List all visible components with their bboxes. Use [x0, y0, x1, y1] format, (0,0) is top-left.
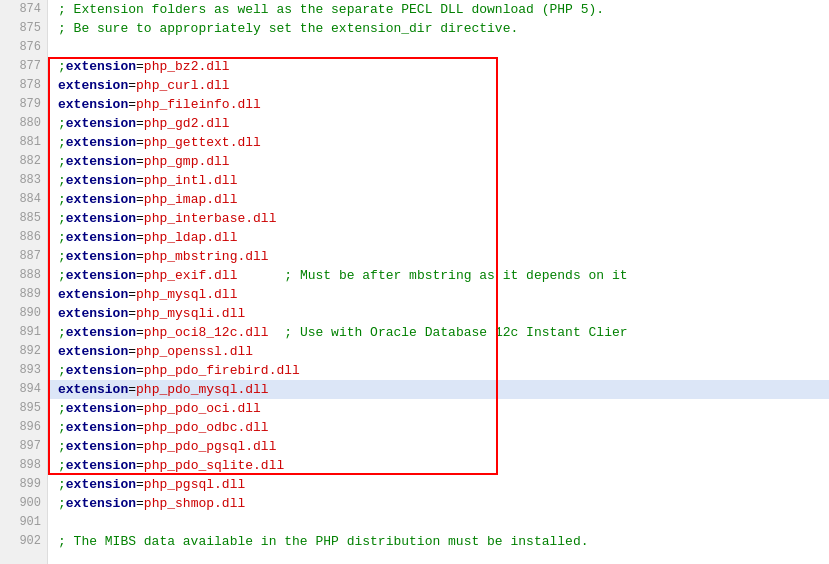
code-editor: 8748758768778788798808818828838848858868…: [0, 0, 829, 564]
code-line[interactable]: ;extension=php_interbase.dll: [48, 209, 829, 228]
code-line[interactable]: ;extension=php_gettext.dll: [48, 133, 829, 152]
line-number: 884: [0, 190, 47, 209]
line-number: 897: [0, 437, 47, 456]
line-number: 889: [0, 285, 47, 304]
code-line[interactable]: extension=php_mysqli.dll: [48, 304, 829, 323]
code-line[interactable]: extension=php_openssl.dll: [48, 342, 829, 361]
line-number: 902: [0, 532, 47, 551]
line-number: 890: [0, 304, 47, 323]
line-number: 895: [0, 399, 47, 418]
code-line[interactable]: [48, 513, 829, 532]
line-number: 874: [0, 0, 47, 19]
code-line[interactable]: ;extension=php_oci8_12c.dll ; Use with O…: [48, 323, 829, 342]
code-line[interactable]: ;extension=php_pdo_sqlite.dll: [48, 456, 829, 475]
code-line[interactable]: ;extension=php_pgsql.dll: [48, 475, 829, 494]
line-number: 887: [0, 247, 47, 266]
code-line[interactable]: ;extension=php_mbstring.dll: [48, 247, 829, 266]
line-number: 882: [0, 152, 47, 171]
code-line[interactable]: extension=php_mysql.dll: [48, 285, 829, 304]
code-line[interactable]: ;extension=php_imap.dll: [48, 190, 829, 209]
code-line[interactable]: ;extension=php_pdo_firebird.dll: [48, 361, 829, 380]
line-number: 894: [0, 380, 47, 399]
code-line[interactable]: ;extension=php_intl.dll: [48, 171, 829, 190]
line-number: 898: [0, 456, 47, 475]
code-line[interactable]: ; The MIBS data available in the PHP dis…: [48, 532, 829, 551]
code-line[interactable]: ;extension=php_pdo_pgsql.dll: [48, 437, 829, 456]
line-number: 883: [0, 171, 47, 190]
code-lines: ; Extension folders as well as the separ…: [48, 0, 829, 551]
line-numbers: 8748758768778788798808818828838848858868…: [0, 0, 48, 564]
code-line[interactable]: ;extension=php_ldap.dll: [48, 228, 829, 247]
code-line[interactable]: extension=php_curl.dll: [48, 76, 829, 95]
code-content[interactable]: ; Extension folders as well as the separ…: [48, 0, 829, 564]
line-number: 886: [0, 228, 47, 247]
code-line[interactable]: ; Extension folders as well as the separ…: [48, 0, 829, 19]
code-line[interactable]: extension=php_pdo_mysql.dll: [48, 380, 829, 399]
code-line[interactable]: extension=php_fileinfo.dll: [48, 95, 829, 114]
line-number: 881: [0, 133, 47, 152]
line-number: 876: [0, 38, 47, 57]
line-number: 901: [0, 513, 47, 532]
code-line[interactable]: [48, 38, 829, 57]
line-number: 879: [0, 95, 47, 114]
line-number: 896: [0, 418, 47, 437]
code-line[interactable]: ;extension=php_pdo_odbc.dll: [48, 418, 829, 437]
code-line[interactable]: ;extension=php_pdo_oci.dll: [48, 399, 829, 418]
line-number: 900: [0, 494, 47, 513]
line-number: 888: [0, 266, 47, 285]
code-line[interactable]: ;extension=php_bz2.dll: [48, 57, 829, 76]
line-number: 893: [0, 361, 47, 380]
line-number: 891: [0, 323, 47, 342]
code-line[interactable]: ;extension=php_gd2.dll: [48, 114, 829, 133]
line-number: 892: [0, 342, 47, 361]
code-line[interactable]: ;extension=php_shmop.dll: [48, 494, 829, 513]
line-number: 878: [0, 76, 47, 95]
code-line[interactable]: ;extension=php_exif.dll ; Must be after …: [48, 266, 829, 285]
line-number: 877: [0, 57, 47, 76]
line-number: 885: [0, 209, 47, 228]
line-number: 880: [0, 114, 47, 133]
line-number: 899: [0, 475, 47, 494]
code-line[interactable]: ;extension=php_gmp.dll: [48, 152, 829, 171]
line-number: 875: [0, 19, 47, 38]
code-line[interactable]: ; Be sure to appropriately set the exten…: [48, 19, 829, 38]
